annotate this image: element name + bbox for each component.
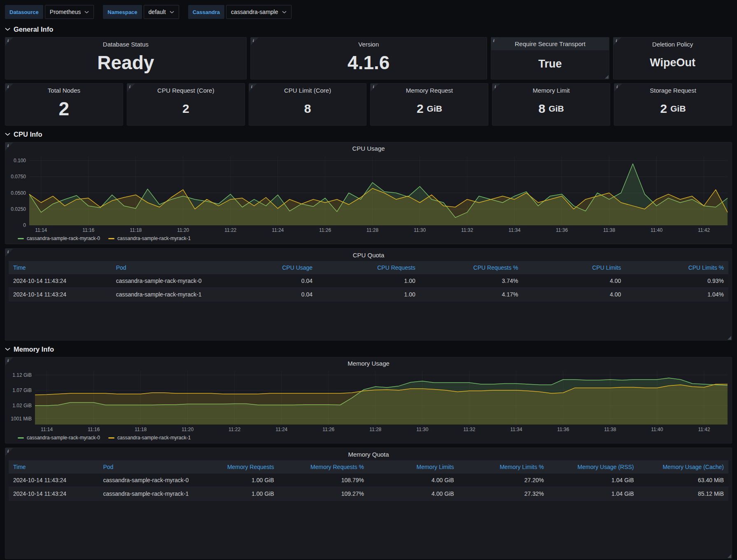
corner-triangle <box>492 84 500 91</box>
stat-value: 4.1.6 <box>348 48 389 79</box>
info-icon[interactable]: i <box>373 84 374 89</box>
column-header-time[interactable]: Time <box>9 460 99 474</box>
corner-triangle <box>249 84 257 91</box>
info-icon[interactable]: i <box>7 84 9 89</box>
info-icon[interactable]: i <box>7 448 9 453</box>
section-cpu-info[interactable]: CPU Info <box>5 130 732 139</box>
table-cell: 1.00 GiB <box>189 474 279 487</box>
column-header-memory-limits[interactable]: Memory Limits <box>368 460 459 474</box>
corner-triangle <box>251 37 259 45</box>
svg-text:1.12 GiB: 1.12 GiB <box>12 372 32 378</box>
svg-text:11:28: 11:28 <box>366 227 378 233</box>
table-cell: 0.04 <box>214 274 317 288</box>
legend-item-cassandra-sample-rack-myrack-1[interactable]: cassandra-sample-rack-myrack-1 <box>108 236 191 241</box>
column-header-cpu-limits[interactable]: CPU Limits % <box>625 261 728 274</box>
table-cell: cassandra-sample-rack-myrack-0 <box>99 474 189 487</box>
column-header-memory-requests[interactable]: Memory Requests <box>189 460 279 474</box>
namespace-select[interactable]: default <box>144 5 179 19</box>
table-cell: 1.04 GiB <box>548 474 639 487</box>
info-icon[interactable]: i <box>616 84 618 89</box>
svg-text:11:40: 11:40 <box>651 227 662 233</box>
table-cell: 4.00 GiB <box>368 487 459 501</box>
svg-text:11:40: 11:40 <box>651 427 663 432</box>
column-header-cpu-usage[interactable]: CPU Usage <box>214 261 317 274</box>
cpu-usage-legend: cassandra-sample-rack-myrack-0cassandra-… <box>5 234 732 244</box>
stat-value-number: 2 <box>59 98 70 120</box>
svg-text:11:34: 11:34 <box>510 427 522 432</box>
info-icon[interactable]: i <box>253 38 254 43</box>
svg-text:0.0250: 0.0250 <box>11 206 26 212</box>
section-title: Memory Info <box>14 345 54 353</box>
column-header-memory-limits[interactable]: Memory Limits % <box>459 460 549 474</box>
table-cell: cassandra-sample-rack-myrack-0 <box>112 274 215 288</box>
variable-datasource: Datasource Prometheus <box>5 5 94 19</box>
legend-item-cassandra-sample-rack-myrack-0[interactable]: cassandra-sample-rack-myrack-0 <box>18 236 100 241</box>
section-memory-info[interactable]: Memory Info <box>5 345 732 354</box>
info-icon[interactable]: i <box>7 358 9 363</box>
section-general-info[interactable]: General Info <box>5 25 732 34</box>
stat-title: CPU Limit (Core) <box>284 87 331 94</box>
svg-text:0.0500: 0.0500 <box>11 190 26 196</box>
stat-value-unit: GiB <box>670 104 686 114</box>
info-icon[interactable]: i <box>7 38 9 43</box>
info-icon[interactable]: i <box>7 249 9 254</box>
panel-resize-handle[interactable] <box>605 75 609 79</box>
cpu-usage-chart[interactable]: 00.02500.05000.07500.10011:1411:1611:181… <box>5 153 732 234</box>
legend-swatch <box>108 238 114 239</box>
memory-usage-chart[interactable]: 1001 MiB1.02 GiB1.07 GiB1.12 GiB11:1411:… <box>5 368 732 434</box>
column-header-time[interactable]: Time <box>9 261 112 274</box>
info-icon[interactable]: i <box>616 38 617 43</box>
stat-title: Storage Request <box>650 87 696 94</box>
table-cell: 85.12 MiB <box>639 487 729 501</box>
stat-value-unit: GiB <box>548 104 564 114</box>
svg-text:11:42: 11:42 <box>698 227 710 233</box>
svg-text:11:14: 11:14 <box>41 427 53 432</box>
stat-panel-memory-limit: iMemory Limit8GiB <box>492 83 610 126</box>
panel-resize-handle[interactable] <box>728 336 731 340</box>
legend-swatch <box>18 437 24 439</box>
column-header-memory-usage-cache[interactable]: Memory Usage (Cache) <box>639 460 729 474</box>
stat-value-number: 2 <box>182 102 189 116</box>
panel-resize-handle[interactable] <box>728 554 731 558</box>
legend-label: cassandra-sample-rack-myrack-0 <box>27 236 100 241</box>
column-header-cpu-requests[interactable]: CPU Requests % <box>420 261 523 274</box>
panel-title: CPU Usage <box>5 145 732 152</box>
info-icon[interactable]: i <box>129 84 131 89</box>
panel-info-corner: i <box>249 84 258 93</box>
stat-value-number: WipeOut <box>650 56 695 69</box>
column-header-cpu-limits[interactable]: CPU Limits <box>523 261 626 274</box>
stat-panel-version: iVersion4.1.6 <box>250 37 487 79</box>
stat-value: Ready <box>97 48 154 79</box>
chevron-down-icon <box>5 133 10 136</box>
info-icon[interactable]: i <box>493 38 494 43</box>
memory-quota-panel: i Memory Quota TimePodMemory RequestsMem… <box>5 448 732 559</box>
chevron-down-icon <box>84 11 89 14</box>
column-header-pod[interactable]: Pod <box>112 261 215 274</box>
column-header-memory-requests[interactable]: Memory Requests % <box>279 460 369 474</box>
corner-triangle <box>5 357 13 365</box>
stat-title: CPU Request (Core) <box>157 87 214 94</box>
panel-info-corner: i <box>371 84 380 93</box>
table-cell: 27.20% <box>459 474 549 487</box>
svg-text:11:20: 11:20 <box>177 227 189 233</box>
info-icon[interactable]: i <box>251 84 252 89</box>
chevron-down-icon <box>282 11 287 14</box>
legend-swatch <box>108 437 114 439</box>
namespace-value: default <box>149 9 166 15</box>
column-header-cpu-requests[interactable]: CPU Requests <box>317 261 420 274</box>
column-header-memory-usage-rss[interactable]: Memory Usage (RSS) <box>548 460 639 474</box>
info-icon[interactable]: i <box>7 143 9 148</box>
info-icon[interactable]: i <box>494 84 496 89</box>
stats-row-2: iTotal Nodes2iCPU Request (Core)2iCPU Li… <box>5 83 732 126</box>
stat-value-number: 2 <box>660 102 667 116</box>
cpu-quota-panel: i CPU Quota TimePodCPU UsageCPU Requests… <box>5 248 732 341</box>
legend-item-cassandra-sample-rack-myrack-0[interactable]: cassandra-sample-rack-myrack-0 <box>18 435 100 441</box>
grafana-dashboard: Datasource Prometheus Namespace default … <box>0 0 737 560</box>
cassandra-label: Cassandra <box>188 5 224 19</box>
cassandra-select[interactable]: cassandra-sample <box>226 5 291 19</box>
legend-item-cassandra-sample-rack-myrack-1[interactable]: cassandra-sample-rack-myrack-1 <box>108 435 191 441</box>
variable-cassandra: Cassandra cassandra-sample <box>188 5 292 19</box>
column-header-pod[interactable]: Pod <box>99 460 189 474</box>
datasource-select[interactable]: Prometheus <box>45 5 94 19</box>
stat-panel-database-status: iDatabase StatusReady <box>5 37 247 79</box>
